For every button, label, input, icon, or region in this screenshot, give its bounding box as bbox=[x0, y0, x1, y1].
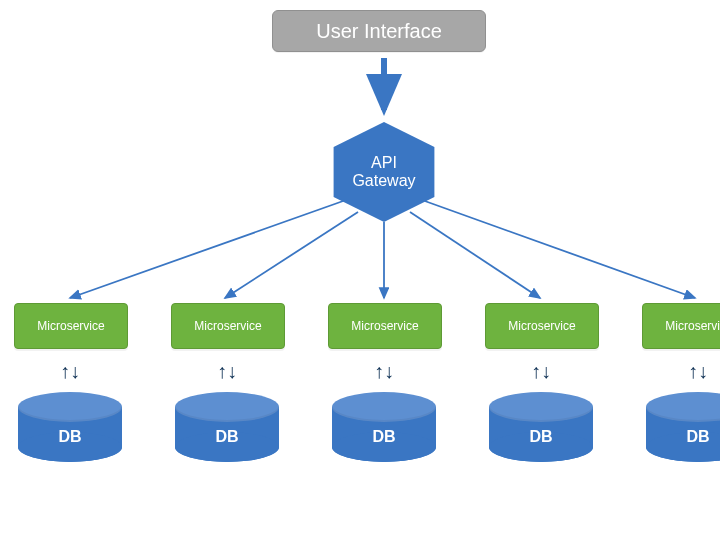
double-arrow-icon: ↑↓ bbox=[678, 358, 718, 384]
double-arrow-icon: ↑↓ bbox=[521, 358, 561, 384]
db-label: DB bbox=[175, 428, 279, 446]
double-arrow-icon: ↑↓ bbox=[50, 358, 90, 384]
db-cylinder-4: DB bbox=[489, 392, 593, 472]
microservice-label: Microservice bbox=[665, 319, 720, 333]
db-cylinder-5: DB bbox=[646, 392, 720, 472]
api-gateway-hexagon: API Gateway bbox=[328, 122, 440, 222]
microservice-label: Microservice bbox=[351, 319, 418, 333]
architecture-diagram: User Interface API Gateway Microservice … bbox=[0, 0, 720, 540]
db-label: DB bbox=[332, 428, 436, 446]
double-arrow-icon: ↑↓ bbox=[364, 358, 404, 384]
db-label: DB bbox=[489, 428, 593, 446]
db-cylinder-2: DB bbox=[175, 392, 279, 472]
user-interface-box: User Interface bbox=[272, 10, 486, 52]
microservice-label: Microservice bbox=[37, 319, 104, 333]
db-label: DB bbox=[646, 428, 720, 446]
arrow-gw-to-ms-1 bbox=[70, 200, 346, 298]
microservice-box-2: Microservice bbox=[171, 303, 285, 349]
microservice-label: Microservice bbox=[194, 319, 261, 333]
db-cylinder-1: DB bbox=[18, 392, 122, 472]
api-gateway-label: API Gateway bbox=[352, 154, 415, 191]
db-cylinder-3: DB bbox=[332, 392, 436, 472]
db-label: DB bbox=[18, 428, 122, 446]
user-interface-label: User Interface bbox=[316, 20, 442, 43]
microservice-box-3: Microservice bbox=[328, 303, 442, 349]
microservice-box-4: Microservice bbox=[485, 303, 599, 349]
double-arrow-icon: ↑↓ bbox=[207, 358, 247, 384]
arrow-gw-to-ms-5 bbox=[422, 200, 695, 298]
arrow-gw-to-ms-2 bbox=[225, 212, 358, 298]
arrow-gw-to-ms-4 bbox=[410, 212, 540, 298]
microservice-label: Microservice bbox=[508, 319, 575, 333]
microservice-box-1: Microservice bbox=[14, 303, 128, 349]
microservice-box-5: Microservice bbox=[642, 303, 720, 349]
